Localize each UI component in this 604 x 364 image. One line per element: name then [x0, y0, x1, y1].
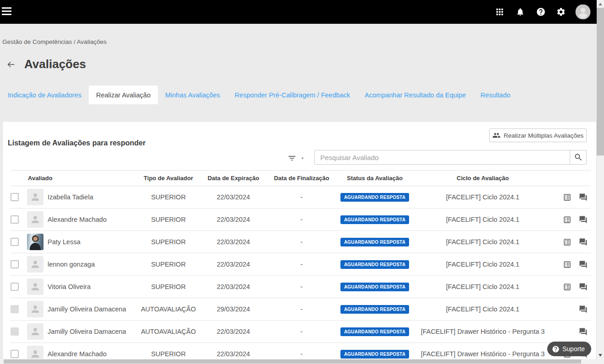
user-avatar[interactable]	[576, 5, 591, 20]
data-expiracao: 22/03/2024	[203, 350, 264, 358]
breadcrumb-current: Avaliações	[77, 38, 107, 45]
avaliado-name: Izabella Tadiela	[48, 193, 93, 201]
table-row: Alexandre MachadoSUPERIOR22/03/2024-AGUA…	[11, 209, 591, 231]
data-expiracao: 22/03/2024	[203, 283, 264, 290]
search-box	[314, 150, 587, 165]
table-row: Vitoria OliveiraSUPERIOR22/03/2024-AGUAR…	[11, 276, 591, 298]
table-row: Jamilly Oliveira DamacenaAUTOAVALIAÇÃO22…	[11, 321, 591, 343]
table-header-row: Avaliado Tipo de Avaliador Data de Expir…	[11, 170, 591, 186]
avatar-placeholder	[27, 301, 43, 317]
tab-3[interactable]: Responder Pré-Calibragem / Feedback	[227, 86, 357, 104]
scroll-up-arrow[interactable]	[599, 3, 602, 5]
chat-icon[interactable]	[579, 305, 588, 314]
tipo-avaliador: SUPERIOR	[134, 238, 203, 246]
top-app-bar	[0, 0, 597, 24]
panel-title: Listagem de Avaliações para responder	[8, 139, 146, 147]
data-finalizacao: -	[264, 305, 339, 313]
chat-icon[interactable]	[579, 215, 588, 224]
table-row: Paty LessaSUPERIOR22/03/2024-AGUARDANDO …	[11, 231, 591, 253]
table-row: lennon gonzagaSUPERIOR22/03/2024-AGUARDA…	[11, 253, 591, 276]
evaluation-form-icon[interactable]	[563, 215, 572, 224]
support-button[interactable]: Suporte	[547, 342, 591, 356]
tab-bar: Indicação de AvaliadoresRealizar Avaliaç…	[0, 86, 518, 104]
vertical-scrollbar-thumb[interactable]	[597, 8, 604, 155]
ciclo-avaliacao: [FACELIFT] Ciclo 2024.1	[410, 193, 555, 201]
horizontal-scrollbar[interactable]	[0, 359, 597, 364]
apps-grid-icon[interactable]	[495, 7, 505, 17]
row-checkbox[interactable]	[11, 238, 19, 246]
notifications-bell-icon[interactable]	[516, 7, 525, 16]
filter-control[interactable]	[287, 154, 305, 163]
table-row: Jamilly Oliveira DamacenaAUTOAVALIAÇÃO29…	[11, 298, 591, 321]
row-checkbox	[11, 327, 19, 336]
help-icon[interactable]	[536, 7, 546, 17]
data-expiracao: 29/03/2024	[203, 305, 264, 313]
tab-0[interactable]: Indicação de Avaliadores	[0, 86, 89, 104]
search-input[interactable]	[315, 150, 570, 164]
chat-icon[interactable]	[579, 283, 588, 291]
status-badge: AGUARDANDO RESPOSTA	[340, 260, 409, 269]
chat-icon[interactable]	[579, 327, 588, 336]
data-finalizacao: -	[264, 283, 339, 290]
tipo-avaliador: AUTOAVALIAÇÃO	[134, 328, 203, 335]
horizontal-scrollbar-thumb[interactable]	[4, 359, 581, 364]
row-checkbox[interactable]	[11, 260, 19, 268]
data-expiracao: 22/03/2024	[203, 216, 264, 223]
avatar-photo	[27, 234, 43, 250]
col-header-avaliado: Avaliado	[27, 175, 134, 182]
tab-5[interactable]: Resultado	[473, 86, 518, 104]
evaluation-form-icon[interactable]	[563, 193, 572, 202]
ciclo-avaliacao: [FACELIFT] Ciclo 2024.1	[410, 216, 555, 223]
ciclo-avaliacao: [FACELIFT] Ciclo 2024.1	[410, 261, 555, 268]
evaluation-form-icon[interactable]	[563, 283, 572, 291]
tab-4[interactable]: Acompanhar Resultado da Equipe	[357, 86, 473, 104]
evaluations-table: Avaliado Tipo de Avaliador Data de Expir…	[11, 170, 591, 364]
chat-icon[interactable]	[579, 238, 588, 246]
row-checkbox[interactable]	[11, 283, 19, 291]
search-button[interactable]	[570, 150, 586, 164]
tipo-avaliador: AUTOAVALIAÇÃO	[134, 305, 203, 313]
avaliado-name: Alexandre Machado	[48, 350, 107, 358]
tab-2[interactable]: Minhas Avaliações	[158, 86, 227, 104]
data-finalizacao: -	[264, 216, 339, 223]
avaliado-name: lennon gonzaga	[48, 261, 95, 268]
chevron-down-icon	[300, 155, 305, 161]
row-checkbox[interactable]	[11, 350, 19, 358]
breadcrumb: Gestão de Competências / Avaliações	[2, 38, 107, 45]
evaluation-form-icon[interactable]	[563, 260, 572, 269]
breadcrumb-parent[interactable]: Gestão de Competências	[2, 38, 72, 45]
tipo-avaliador: SUPERIOR	[134, 216, 203, 223]
evaluation-form-icon[interactable]	[563, 238, 572, 246]
status-badge: AGUARDANDO RESPOSTA	[340, 327, 409, 336]
tipo-avaliador: SUPERIOR	[134, 350, 203, 358]
chat-icon[interactable]	[579, 193, 588, 202]
ciclo-avaliacao: [FACELIFT] Ciclo 2024.1	[410, 305, 555, 313]
vertical-scrollbar[interactable]	[597, 0, 604, 364]
avatar-placeholder	[27, 211, 43, 228]
col-header-tipo: Tipo de Avaliador	[134, 175, 203, 182]
row-checkbox[interactable]	[11, 193, 19, 201]
filter-list-icon	[287, 154, 297, 163]
col-header-expiracao: Data de Expiração	[203, 175, 264, 182]
data-expiracao: 22/03/2024	[203, 261, 264, 268]
data-finalizacao: -	[264, 328, 339, 335]
ciclo-avaliacao: [FACELIFT] Drawer Histórico - Pergunta 3	[410, 350, 555, 358]
menu-icon[interactable]	[2, 7, 11, 16]
data-expiracao: 22/03/2024	[203, 193, 264, 201]
tipo-avaliador: SUPERIOR	[134, 261, 203, 268]
avaliado-name: Paty Lessa	[48, 238, 81, 246]
data-expiracao: 22/03/2024	[203, 238, 264, 246]
ciclo-avaliacao: [FACELIFT] Drawer Histórico - Pergunta 3	[410, 328, 555, 335]
content-card: Listagem de Avaliações para responder Re…	[2, 121, 597, 359]
multiple-evaluations-button[interactable]: Realizar Múltiplas Avaliações	[489, 128, 587, 142]
scroll-down-arrow[interactable]	[599, 354, 602, 357]
ciclo-avaliacao: [FACELIFT] Ciclo 2024.1	[410, 283, 555, 290]
row-checkbox[interactable]	[11, 215, 19, 224]
chat-icon[interactable]	[579, 260, 588, 269]
settings-gear-icon[interactable]	[556, 7, 566, 17]
ciclo-avaliacao: [FACELIFT] Ciclo 2024.1	[410, 238, 555, 246]
row-checkbox	[11, 305, 19, 313]
tab-1[interactable]: Realizar Avaliação	[89, 86, 158, 104]
data-expiracao: 22/03/2024	[203, 328, 264, 335]
back-arrow-icon[interactable]	[6, 59, 16, 71]
